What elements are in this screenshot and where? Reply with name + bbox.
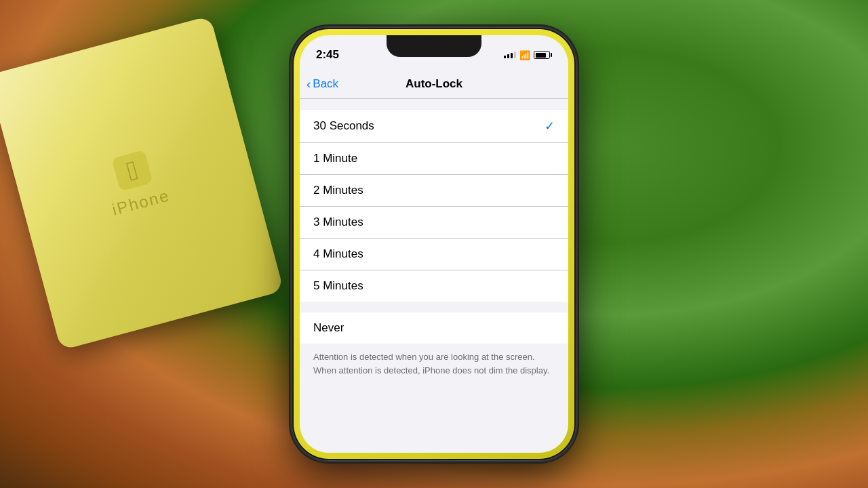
option-30-seconds[interactable]: 30 Seconds ✓	[300, 110, 568, 143]
attention-footer-note: Attention is detected when you are looki…	[300, 344, 568, 384]
wifi-icon: 📶	[519, 50, 530, 60]
back-label: Back	[313, 77, 338, 91]
back-chevron-icon: ‹	[307, 77, 311, 90]
checkmark-30-seconds: ✓	[545, 119, 555, 134]
option-4-minutes[interactable]: 4 Minutes	[300, 239, 568, 270]
settings-content: 30 Seconds ✓ 1 Minute 2 Minutes 3 Minute…	[300, 99, 568, 453]
option-3-minutes-label: 3 Minutes	[313, 216, 363, 229]
iphone-box-text: iPhone	[110, 186, 172, 219]
status-icons: 📶	[504, 50, 552, 60]
apple-logo-box: 	[111, 150, 153, 191]
option-5-minutes[interactable]: 5 Minutes	[300, 270, 568, 302]
autolock-options-list: 30 Seconds ✓ 1 Minute 2 Minutes 3 Minute…	[300, 110, 568, 302]
option-1-minute[interactable]: 1 Minute	[300, 143, 568, 175]
nav-bar: ‹ Back Auto-Lock	[300, 69, 568, 99]
status-time: 2:45	[316, 48, 339, 62]
battery-icon	[534, 51, 552, 59]
option-never-label: Never	[313, 321, 344, 335]
option-2-minutes[interactable]: 2 Minutes	[300, 175, 568, 207]
option-5-minutes-label: 5 Minutes	[313, 279, 363, 293]
signal-icon	[504, 52, 516, 58]
iphone-box:  iPhone	[0, 16, 284, 350]
iphone-screen: 2:45 📶	[300, 35, 568, 453]
option-2-minutes-label: 2 Minutes	[313, 184, 363, 197]
never-section: Never	[300, 312, 568, 344]
option-30-seconds-label: 30 Seconds	[313, 119, 374, 133]
scene:  iPhone 2:45 �	[0, 0, 868, 488]
back-button[interactable]: ‹ Back	[307, 77, 338, 91]
notch	[387, 35, 481, 57]
option-1-minute-label: 1 Minute	[313, 152, 357, 165]
option-3-minutes[interactable]: 3 Minutes	[300, 207, 568, 239]
option-4-minutes-label: 4 Minutes	[313, 247, 363, 261]
nav-title: Auto-Lock	[406, 77, 462, 91]
option-never[interactable]: Never	[300, 312, 568, 344]
iphone-device: 2:45 📶	[292, 27, 576, 461]
